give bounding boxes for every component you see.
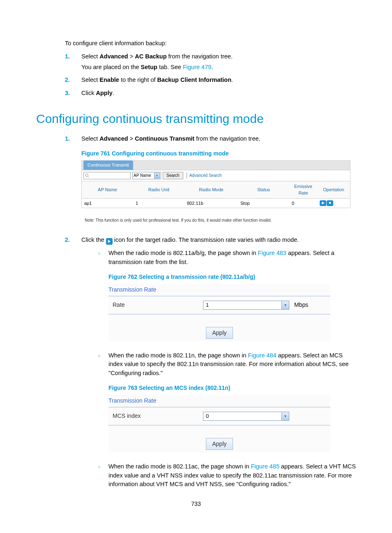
tab-continuous-transmit[interactable]: Continuous Transmit	[83, 160, 133, 170]
search-field-select[interactable]: AP Name ▾	[132, 172, 161, 179]
step-subtext: You are placed on the Setup tab. See Fig…	[81, 63, 356, 72]
apply-button[interactable]: Apply	[206, 327, 233, 339]
step-text: Select Advanced > Continuous Transmit fr…	[81, 134, 356, 144]
rate-label: Rate	[113, 301, 203, 309]
panel-title: Transmission Rate	[108, 395, 330, 407]
bullet-marker: ○	[98, 462, 108, 489]
figure-483-link[interactable]: Figure 483	[258, 250, 286, 256]
play-icon[interactable]: ▶	[320, 200, 326, 206]
mcs-row: MCS index 0 ▾	[108, 407, 330, 426]
step-number: 2.	[65, 76, 81, 85]
figure-763: Transmission Rate MCS index 0 ▾ Apply	[108, 395, 330, 452]
bullet-text: When the radio mode is 802.11ac, the pag…	[108, 462, 356, 489]
mcs-label: MCS index	[113, 412, 203, 420]
rate-select[interactable]: 1 ▾	[203, 301, 289, 310]
col-radio-mode: Radio Mode	[184, 181, 238, 198]
figure-762-caption: Figure 762 Selecting a transmission rate…	[108, 273, 356, 281]
mcs-select[interactable]: 0 ▾	[203, 412, 289, 421]
intro-text: To configure client information backup:	[65, 39, 356, 48]
step-text: Select Advanced > AC Backup from the nav…	[81, 52, 356, 61]
tab-strip: Continuous Transmit	[82, 161, 350, 170]
step-number: 1.	[65, 134, 81, 223]
table-row: ap1 1 802.11b Stop 0 ▶ ■	[82, 198, 350, 208]
table-header-row: AP Name Radio Unit Radio Mode Status Emi…	[82, 181, 350, 198]
search-bar: AP Name ▾ Search Advanced Search	[82, 170, 350, 181]
cell-radio-unit: 1	[133, 198, 184, 208]
col-ap-name: AP Name	[82, 181, 133, 198]
figure-479-link[interactable]: Figure 479	[183, 64, 211, 70]
cell-radio-mode: 802.11b	[184, 198, 238, 208]
step-number: 3.	[65, 89, 81, 98]
cell-emissive-rate: 0	[289, 198, 317, 208]
search-icon	[85, 173, 90, 178]
bullet-80211ac: ○ When the radio mode is 802.11ac, the p…	[98, 462, 356, 489]
step-number: 1.	[65, 52, 81, 72]
svg-point-0	[85, 174, 88, 176]
bullet-text: When the radio mode is 802.11a/b/g, the …	[108, 249, 356, 267]
bullet-marker: ○	[98, 351, 108, 452]
backup-step-1: 1. Select Advanced > AC Backup from the …	[65, 52, 356, 72]
search-button[interactable]: Search	[163, 172, 183, 179]
figure-763-caption: Figure 763 Selecting an MCS index (802.1…	[108, 384, 356, 392]
col-status: Status	[238, 181, 289, 198]
col-radio-unit: Radio Unit	[133, 181, 184, 198]
search-input[interactable]	[83, 172, 131, 179]
figure-761-note: Note: This function is only used for pro…	[85, 217, 356, 223]
step-text: Click the icon for the target radio. The…	[81, 236, 356, 245]
bullet-80211n: ○ When the radio mode is 802.11n, the pa…	[98, 351, 356, 452]
figure-762: Transmission Rate Rate 1 ▾ Mbps Apply	[108, 284, 330, 341]
play-icon	[106, 238, 113, 245]
figure-761: Continuous Transmit AP Name ▾ Search Adv…	[81, 160, 350, 209]
col-emissive-rate: Emissive Rate	[289, 181, 317, 198]
panel-title: Transmission Rate	[108, 284, 330, 296]
chevron-down-icon: ▾	[281, 412, 289, 420]
ct-step-2: 2. Click the icon for the target radio. …	[65, 236, 356, 489]
cell-status: Stop	[238, 198, 289, 208]
stop-icon[interactable]: ■	[327, 200, 333, 206]
section-heading: Configuring continuous transmitting mode	[36, 109, 356, 128]
figure-484-link[interactable]: Figure 484	[248, 352, 276, 359]
rate-row: Rate 1 ▾ Mbps	[108, 296, 330, 315]
step-text: Click Apply.	[81, 89, 356, 98]
col-operation: Opertation	[317, 181, 350, 198]
cell-operation: ▶ ■	[317, 198, 350, 208]
bullet-marker: ○	[98, 249, 108, 341]
backup-step-3: 3. Click Apply.	[65, 89, 356, 98]
advanced-search-link[interactable]: Advanced Search	[187, 172, 222, 178]
chevron-down-icon: ▾	[281, 301, 289, 309]
page-number: 733	[0, 500, 392, 508]
figure-761-caption: Figure 761 Configuring continuous transm…	[81, 149, 356, 158]
chevron-down-icon: ▾	[154, 173, 160, 178]
ct-step-1: 1. Select Advanced > Continuous Transmit…	[65, 134, 356, 223]
backup-step-2: 2. Select Enable to the right of Backup …	[65, 76, 356, 85]
apply-button[interactable]: Apply	[206, 438, 233, 450]
figure-485-link[interactable]: Figure 485	[251, 463, 279, 470]
bullet-80211abg: ○ When the radio mode is 802.11a/b/g, th…	[98, 249, 356, 341]
svg-line-1	[88, 176, 89, 177]
cell-ap-name: ap1	[82, 198, 133, 208]
rate-unit: Mbps	[294, 301, 308, 309]
step-number: 2.	[65, 236, 81, 489]
bullet-text: When the radio mode is 802.11n, the page…	[108, 351, 356, 378]
step-text: Select Enable to the right of Backup Cli…	[81, 76, 356, 85]
radio-table: AP Name Radio Unit Radio Mode Status Emi…	[82, 181, 350, 208]
